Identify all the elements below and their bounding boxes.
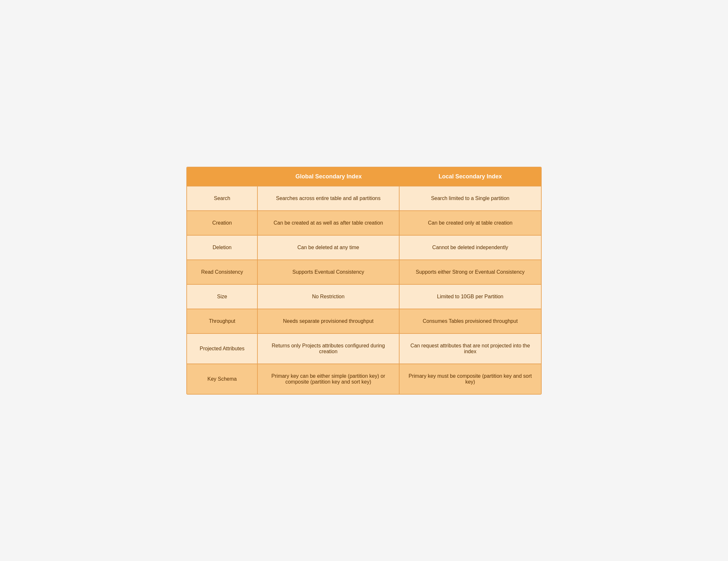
row-label: Key Schema (187, 364, 258, 394)
row-lsi-value: Primary key must be composite (partition… (400, 364, 541, 394)
table-row: SearchSearches across entire table and a… (187, 186, 541, 210)
row-gsi-value: Needs separate provisioned throughput (258, 309, 399, 333)
table-body: SearchSearches across entire table and a… (187, 186, 541, 394)
row-gsi-value: Searches across entire table and all par… (258, 186, 399, 210)
row-lsi-value: Limited to 10GB per Partition (400, 285, 541, 309)
row-label: Read Consistency (187, 260, 258, 284)
row-gsi-value: Returns only Projects attributes configu… (258, 334, 399, 364)
row-label: Projected Attributes (187, 334, 258, 364)
row-gsi-value: Can be created at as well as after table… (258, 211, 399, 235)
table-header: Global Secondary Index Local Secondary I… (187, 167, 541, 186)
row-label: Deletion (187, 235, 258, 259)
row-gsi-value: Primary key can be either simple (partit… (258, 364, 399, 394)
row-gsi-value: Can be deleted at any time (258, 235, 399, 259)
row-gsi-value: Supports Eventual Consistency (258, 260, 399, 284)
comparison-table: Global Secondary Index Local Secondary I… (186, 167, 542, 395)
header-gsi: Global Secondary Index (258, 167, 399, 186)
row-lsi-value: Consumes Tables provisioned throughput (400, 309, 541, 333)
table-row: ThroughputNeeds separate provisioned thr… (187, 309, 541, 333)
row-lsi-value: Can be created only at table creation (400, 211, 541, 235)
table-row: Projected AttributesReturns only Project… (187, 333, 541, 364)
row-lsi-value: Search limited to a Single partition (400, 186, 541, 210)
table-row: DeletionCan be deleted at any timeCannot… (187, 235, 541, 259)
row-label: Creation (187, 211, 258, 235)
row-lsi-value: Supports either Strong or Eventual Consi… (400, 260, 541, 284)
table-row: Key SchemaPrimary key can be either simp… (187, 364, 541, 394)
table-row: Read ConsistencySupports Eventual Consis… (187, 259, 541, 284)
row-lsi-value: Can request attributes that are not proj… (400, 334, 541, 364)
row-label: Search (187, 186, 258, 210)
row-label: Size (187, 285, 258, 309)
row-label: Throughput (187, 309, 258, 333)
row-lsi-value: Cannot be deleted independently (400, 235, 541, 259)
table-row: CreationCan be created at as well as aft… (187, 210, 541, 235)
header-lsi: Local Secondary Index (400, 167, 541, 186)
row-gsi-value: No Restriction (258, 285, 399, 309)
table-row: SizeNo RestrictionLimited to 10GB per Pa… (187, 284, 541, 309)
